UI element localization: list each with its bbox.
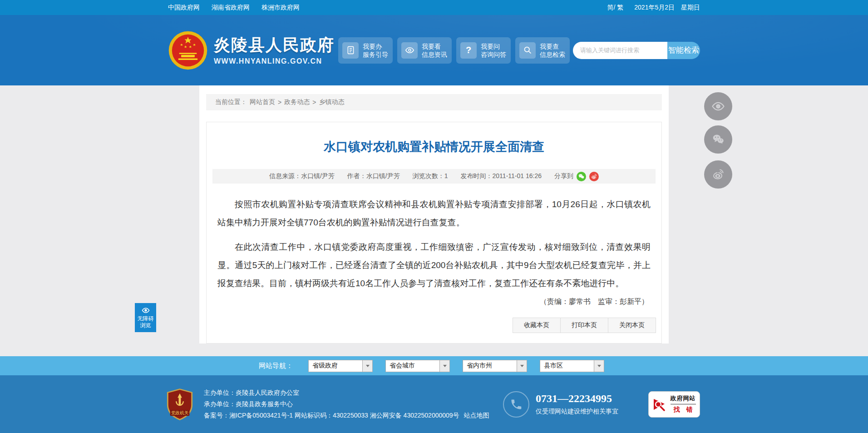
article-title: 水口镇对农机购置补贴情况开展全面清查 xyxy=(207,139,661,155)
phone-number: 0731—22234995 xyxy=(536,393,618,405)
quick-buttons: 我要办 服务引导 我要看 信息资讯 ? xyxy=(338,37,570,64)
quick-button-sublabel: 咨询问答 xyxy=(481,50,506,59)
eye-icon xyxy=(711,100,725,113)
article-actions: 收藏本页 打印本页 关闭本页 xyxy=(207,318,661,333)
breadcrumb-label: 当前位置： xyxy=(215,98,247,106)
article: 水口镇对农机购置补贴情况开展全面清查 信息来源：水口镇/尹芳 作者：水口镇/尹芳… xyxy=(206,122,662,343)
side-wechat-button[interactable] xyxy=(704,125,732,154)
chevron-down-icon xyxy=(439,360,449,372)
document-icon xyxy=(342,42,359,59)
wechat-share-icon[interactable] xyxy=(577,172,586,181)
accessibility-label-1: 无障碍 xyxy=(138,315,154,322)
link-zhuzhou-gov[interactable]: 株洲市政府网 xyxy=(261,4,300,12)
article-body: 按照市农机购置补贴专项清查联席会议精神和县农机购置补贴专项清查安排部署，10月2… xyxy=(207,195,661,293)
breadcrumb-town-news[interactable]: 乡镇动态 xyxy=(319,98,344,106)
print-page-button[interactable]: 打印本页 xyxy=(560,318,608,333)
side-weibo-button[interactable] xyxy=(704,160,732,189)
breadcrumb-home[interactable]: 网站首页 xyxy=(250,98,275,106)
eye-icon xyxy=(142,306,150,314)
phone-note: 仅受理网站建设维护相关事宜 xyxy=(536,408,618,416)
quick-button-label: 我要查 xyxy=(540,42,565,50)
red-magnifier-icon xyxy=(653,397,667,412)
select-value: 省级政府 xyxy=(309,362,362,370)
phone-icon xyxy=(503,391,529,418)
site-header: 炎陵县人民政府 WWW.HNYANLING.GOV.CN 我要办 服务引导 xyxy=(0,15,868,85)
article-meta: 信息来源：水口镇/尹芳 作者：水口镇/尹芳 浏览次数：1 发布时间：2011-1… xyxy=(212,169,656,184)
weibo-icon xyxy=(711,168,725,181)
current-date: 2021年5月2日 星期日 xyxy=(634,4,700,12)
site-name: 炎陵县人民政府 xyxy=(214,35,335,55)
site-nav-label: 网站导航： xyxy=(259,362,293,370)
select-value: 省内市州 xyxy=(463,362,517,370)
select-province-cities[interactable]: 省内市州 xyxy=(463,360,527,372)
quick-button-label: 我要看 xyxy=(422,42,447,50)
smart-search-button[interactable]: 智能检索 xyxy=(667,42,700,59)
site-brand[interactable]: 炎陵县人民政府 WWW.HNYANLING.GOV.CN xyxy=(168,30,335,70)
article-byline: （责编：廖常书 监审：彭新平） xyxy=(219,297,649,307)
meta-publish-time: 发布时间：2011-11-01 16:26 xyxy=(461,172,542,180)
quick-button-label: 我要问 xyxy=(481,42,506,50)
national-emblem-logo xyxy=(168,30,208,70)
svg-text:党政机关: 党政机关 xyxy=(171,410,189,415)
chevron-down-icon xyxy=(517,360,527,372)
article-paragraph-2: 在此次清查工作中，水口镇党委政府高度重视，工作细致缜密，广泛宣传发动，核对细致到… xyxy=(217,238,651,293)
accessibility-widget[interactable]: 无障碍 浏览 xyxy=(135,303,156,332)
breadcrumb-separator: > xyxy=(312,99,316,106)
quick-button-ask[interactable]: ? 我要问 咨询问答 xyxy=(456,37,511,64)
organizer-line: 主办单位：炎陵县人民政府办公室 xyxy=(204,387,503,398)
weibo-share-icon[interactable] xyxy=(589,172,599,181)
quick-button-label: 我要办 xyxy=(363,42,388,50)
undertaker-line: 承办单位：炎陵县政务服务中心 xyxy=(204,398,503,410)
quick-button-sublabel: 服务引导 xyxy=(363,50,388,59)
breadcrumb-separator: > xyxy=(278,99,281,106)
chevron-down-icon xyxy=(594,360,604,372)
share-label: 分享到 xyxy=(554,172,573,180)
meta-author: 作者：水口镇/尹芳 xyxy=(347,172,400,180)
meta-source: 信息来源：水口镇/尹芳 xyxy=(269,172,335,180)
link-hunan-gov[interactable]: 湖南省政府网 xyxy=(212,4,250,12)
site-nav-bar: 网站导航： 省级政府 省会城市 省内市州 县市区 xyxy=(0,356,868,375)
close-page-button[interactable]: 关闭本页 xyxy=(608,318,656,333)
meta-views: 浏览次数：1 xyxy=(413,172,448,180)
select-value: 省会城市 xyxy=(386,362,439,370)
party-gov-shield-badge: 党政机关 xyxy=(166,388,194,421)
sitemap-link[interactable]: 站点地图 xyxy=(464,412,489,419)
breadcrumb-gov-news[interactable]: 政务动态 xyxy=(284,98,310,106)
breadcrumb: 当前位置： 网站首页 > 政务动态 > 乡镇动态 xyxy=(206,94,662,110)
chevron-down-icon xyxy=(362,360,372,372)
lang-toggle[interactable]: 简/ 繁 xyxy=(607,4,624,12)
favorite-page-button[interactable]: 收藏本页 xyxy=(513,318,561,333)
search-icon xyxy=(519,42,536,59)
search-bar: 智能检索 xyxy=(573,42,700,59)
accessibility-label-2: 浏览 xyxy=(140,322,151,329)
site-url: WWW.HNYANLING.GOV.CN xyxy=(214,57,335,65)
site-error-report-badge[interactable]: 政府网站 找 错 xyxy=(648,391,700,418)
footer-phone: 0731—22234995 仅受理网站建设维护相关事宜 xyxy=(503,391,618,418)
error-badge-title: 政府网站 xyxy=(671,394,696,404)
footer-info: 主办单位：炎陵县人民政府办公室 承办单位：炎陵县政务服务中心 备案号：湘ICP备… xyxy=(204,387,503,421)
share-group: 分享到 xyxy=(554,172,599,181)
wechat-icon xyxy=(711,133,725,146)
search-input[interactable] xyxy=(573,42,667,59)
quick-button-sublabel: 信息检索 xyxy=(540,50,565,59)
select-counties[interactable]: 县市区 xyxy=(540,360,604,372)
topbar: 中国政府网 湖南省政府网 株洲市政府网 简/ 繁 2021年5月2日 星期日 xyxy=(0,0,868,15)
link-china-gov[interactable]: 中国政府网 xyxy=(168,4,200,12)
content-column: 当前位置： 网站首页 > 政务动态 > 乡镇动态 水口镇对农机购置补贴情况开展全… xyxy=(199,85,669,343)
record-line: 备案号：湘ICP备05003421号-1 网站标识码：4302250033 湘公… xyxy=(204,410,503,421)
quick-button-search[interactable]: 我要查 信息检索 xyxy=(515,37,570,64)
quick-button-view[interactable]: 我要看 信息资讯 xyxy=(397,37,452,64)
select-provincial-gov[interactable]: 省级政府 xyxy=(308,360,373,372)
select-value: 县市区 xyxy=(540,362,594,370)
main-area: 当前位置： 网站首页 > 政务动态 > 乡镇动态 水口镇对农机购置补贴情况开展全… xyxy=(0,85,868,356)
eye-icon xyxy=(401,42,418,59)
side-eye-button[interactable] xyxy=(704,92,732,120)
quick-button-apply[interactable]: 我要办 服务引导 xyxy=(338,37,393,64)
article-paragraph-1: 按照市农机购置补贴专项清查联席会议精神和县农机购置补贴专项清查安排部署，10月2… xyxy=(217,195,651,232)
error-badge-subtitle: 找 错 xyxy=(671,406,695,414)
select-capital-cities[interactable]: 省会城市 xyxy=(385,360,450,372)
question-icon: ? xyxy=(460,42,477,59)
quick-button-sublabel: 信息资讯 xyxy=(422,50,447,59)
footer: 党政机关 主办单位：炎陵县人民政府办公室 承办单位：炎陵县政务服务中心 备案号：… xyxy=(0,375,868,433)
